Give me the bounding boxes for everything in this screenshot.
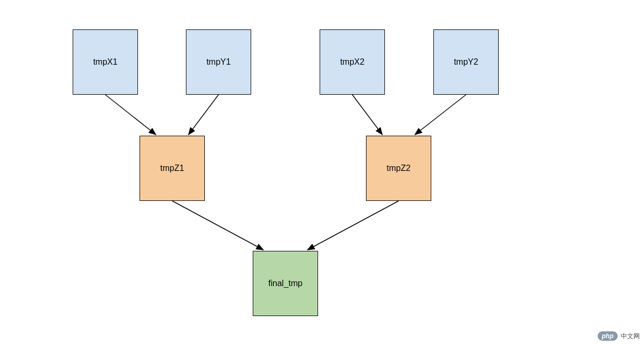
node-final-tmp: final_tmp	[253, 251, 318, 316]
edge-tmpz1-final	[172, 201, 263, 250]
node-tmpz2: tmpZ2	[366, 136, 431, 201]
node-label: tmpX1	[93, 57, 117, 67]
watermark: php 中文网	[598, 331, 640, 341]
node-label: tmpZ1	[160, 164, 184, 173]
watermark-text: 中文网	[621, 332, 640, 341]
edge-tmpy2-tmpz2	[415, 95, 466, 135]
node-tmpx2: tmpX2	[320, 29, 385, 95]
diagram-container: tmpX1 tmpY1 tmpX2 tmpY2 tmpZ1 tmpZ2 fina…	[0, 0, 644, 345]
node-label: tmpX2	[340, 57, 364, 67]
node-tmpx1: tmpX1	[73, 29, 138, 95]
edge-tmpx1-tmpz1	[105, 95, 156, 135]
edge-tmpx2-tmpz2	[352, 95, 382, 135]
node-label: tmpZ2	[387, 164, 410, 173]
edge-tmpz2-final	[308, 201, 399, 250]
node-tmpz1: tmpZ1	[140, 136, 205, 201]
node-label: tmpY2	[454, 57, 478, 67]
watermark-badge: php	[598, 331, 618, 341]
node-tmpy1: tmpY1	[186, 29, 251, 95]
node-tmpy2: tmpY2	[433, 29, 499, 95]
edge-tmpy1-tmpz1	[189, 95, 219, 135]
node-label: final_tmp	[269, 279, 303, 288]
node-label: tmpY1	[206, 57, 231, 67]
